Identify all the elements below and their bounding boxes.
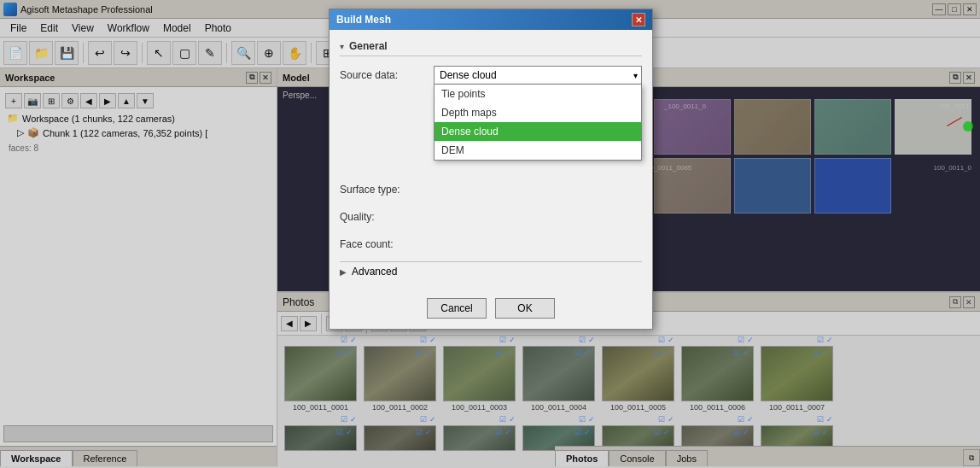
dropdown-option-tie-points[interactable]: Tie points	[435, 85, 641, 103]
advanced-row: ▶ Advanced	[340, 261, 642, 281]
face-count-label: Face count:	[340, 238, 434, 250]
dialog-close-btn[interactable]: ✕	[632, 13, 645, 26]
general-arrow[interactable]: ▾	[340, 42, 344, 51]
source-data-select[interactable]: Dense cloud ▾	[434, 66, 642, 85]
source-data-dropdown: Tie points Depth maps Dense cloud DEM	[434, 85, 642, 161]
dropdown-option-dense-cloud[interactable]: Dense cloud	[435, 122, 641, 141]
dialog-titlebar: Build Mesh ✕	[330, 9, 652, 30]
surface-type-label: Surface type:	[340, 184, 434, 196]
ok-button[interactable]: OK	[495, 298, 555, 319]
build-mesh-dialog: Build Mesh ✕ ▾ General Source data:	[329, 9, 653, 330]
surface-type-row: Surface type:	[340, 179, 642, 200]
dialog-body: ▾ General Source data: Dense cloud ▾	[330, 30, 652, 291]
dropdown-option-depth-maps[interactable]: Depth maps	[435, 103, 641, 122]
advanced-arrow-icon[interactable]: ▶	[340, 267, 347, 277]
modal-overlay: Build Mesh ✕ ▾ General Source data:	[0, 0, 980, 468]
source-data-control: Dense cloud ▾ Tie points Depth maps Dens…	[434, 66, 642, 85]
dropdown-option-dem[interactable]: DEM	[435, 141, 641, 160]
dialog-title: Build Mesh	[336, 14, 391, 26]
source-data-arrow: ▾	[633, 71, 638, 80]
face-count-row: Face count:	[340, 234, 642, 254]
source-data-value: Dense cloud	[440, 69, 497, 81]
quality-label: Quality:	[340, 211, 434, 223]
general-title: General	[349, 40, 388, 52]
cancel-button[interactable]: Cancel	[427, 298, 487, 319]
app-window: Agisoft Metashape Professional — □ ✕ Fil…	[0, 0, 980, 468]
source-data-label: Source data:	[340, 69, 434, 81]
quality-row: Quality:	[340, 207, 642, 227]
source-data-row: Source data: Dense cloud ▾ Tie points De…	[340, 65, 642, 85]
general-section-header: ▾ General	[340, 40, 642, 56]
dialog-footer: Cancel OK	[330, 291, 652, 329]
advanced-label[interactable]: Advanced	[352, 266, 397, 278]
